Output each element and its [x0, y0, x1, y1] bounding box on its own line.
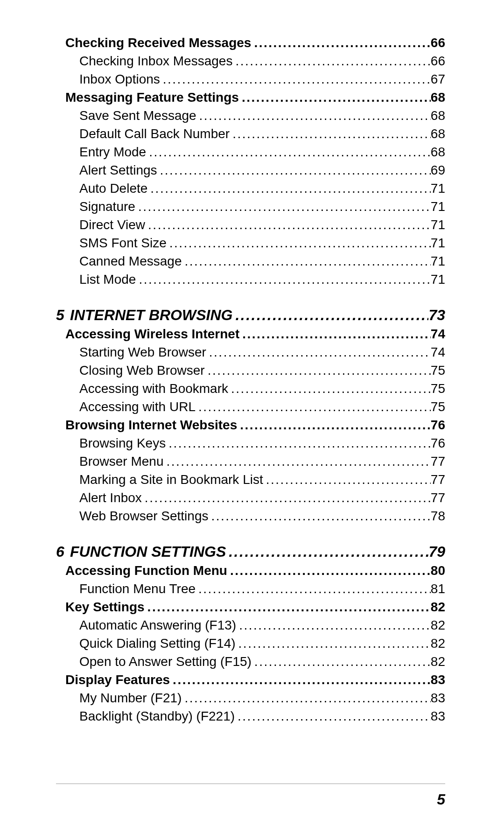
toc-sub-row: Browser Menu ...........................… [56, 455, 445, 468]
toc-sub-row: Canned Message .........................… [56, 255, 445, 268]
toc-entry-label: Checking Inbox Messages [79, 55, 232, 68]
toc-leader: ........................................… [239, 91, 431, 104]
toc-leader: ........................................… [136, 273, 430, 286]
footer-divider [56, 784, 445, 784]
toc-section-row: Browsing Internet Websites .............… [56, 419, 445, 432]
toc-page-ref: 75 [431, 364, 445, 377]
toc-sub-row: Alert Inbox ............................… [56, 491, 445, 504]
toc-entry-label: Messaging Feature Settings [65, 91, 239, 104]
toc-sub-row: Default Call Back Number ...............… [56, 127, 445, 140]
toc-leader: ........................................… [209, 510, 431, 523]
toc-sub-row: Accessing with URL .....................… [56, 400, 445, 413]
toc-leader: ........................................… [237, 419, 431, 432]
toc-leader: ........................................… [167, 237, 431, 250]
toc-entry-label: Web Browser Settings [79, 510, 209, 523]
toc-section-row: Key Settings ...........................… [56, 601, 445, 614]
toc-leader: ........................................… [164, 455, 431, 468]
toc-page-ref: 68 [431, 91, 445, 104]
toc-leader: ........................................… [230, 127, 431, 140]
toc-entry-label: Default Call Back Number [79, 127, 230, 140]
toc-sub-row: Closing Web Browser ....................… [56, 364, 445, 377]
toc-page-ref: 67 [431, 73, 445, 86]
toc-leader: ........................................… [232, 308, 428, 322]
toc-sub-row: Alert Settings .........................… [56, 164, 445, 177]
toc-leader: ........................................… [236, 637, 431, 650]
toc-entry-label: Entry Mode [79, 146, 146, 159]
toc-page-ref: 75 [431, 382, 445, 395]
toc-entry-label: Save Sent Message [79, 109, 196, 122]
toc-entry-label: Key Settings [65, 601, 145, 614]
toc-sub-row: Function Menu Tree .....................… [56, 582, 445, 595]
toc-sub-row: Quick Dialing Setting (F14) ............… [56, 637, 445, 650]
toc-page-ref: 75 [431, 400, 445, 413]
toc-entry-label: Open to Answer Setting (F15) [79, 655, 252, 668]
toc-section-row: Messaging Feature Settings .............… [56, 91, 445, 104]
toc-page-ref: 83 [431, 710, 445, 723]
toc-sub-row: SMS Font Size ..........................… [56, 237, 445, 250]
toc-entry-label: SMS Font Size [79, 237, 167, 250]
toc-page-ref: 71 [431, 182, 445, 195]
toc-leader: ........................................… [239, 328, 431, 341]
toc-sub-row: List Mode ..............................… [56, 273, 445, 286]
page-number: 5 [437, 791, 445, 808]
toc-entry-label: Inbox Options [79, 73, 160, 86]
table-of-contents: Checking Received Messages .............… [56, 36, 445, 723]
toc-leader: ........................................… [160, 73, 431, 86]
toc-page-ref: 71 [431, 273, 445, 286]
toc-entry-label: Browsing Keys [79, 437, 166, 450]
toc-page-ref: 73 [428, 308, 445, 322]
toc-entry-label: Alert Settings [79, 164, 157, 177]
toc-leader: ........................................… [235, 710, 431, 723]
toc-chapter-title: FUNCTION SETTINGS [70, 543, 226, 560]
toc-section-row: Checking Received Messages .............… [56, 36, 445, 49]
toc-sub-row: My Number (F21) ........................… [56, 692, 445, 705]
toc-leader: ........................................… [146, 146, 431, 159]
toc-page-ref: 83 [431, 673, 445, 686]
toc-page-ref: 82 [431, 601, 445, 614]
toc-leader: ........................................… [182, 692, 430, 705]
toc-entry-label: Browser Menu [79, 455, 164, 468]
toc-chapter-label: 5INTERNET BROWSING [56, 308, 232, 322]
toc-page-ref: 71 [431, 218, 445, 231]
toc-entry-label: Accessing Function Menu [65, 564, 227, 577]
toc-entry-label: Quick Dialing Setting (F14) [79, 637, 236, 650]
toc-sub-row: Auto Delete ............................… [56, 182, 445, 195]
toc-sub-row: Marking a Site in Bookmark List ........… [56, 473, 445, 486]
toc-sub-row: Accessing with Bookmark ................… [56, 382, 445, 395]
toc-chapter-label: 6FUNCTION SETTINGS [56, 544, 226, 559]
toc-page-ref: 82 [431, 637, 445, 650]
toc-entry-label: Starting Web Browser [79, 346, 206, 359]
toc-section-row: Accessing Function Menu ................… [56, 564, 445, 577]
toc-sub-row: Web Browser Settings ...................… [56, 510, 445, 523]
toc-leader: ........................................… [145, 218, 431, 231]
toc-page-ref: 71 [431, 255, 445, 268]
toc-entry-label: Checking Received Messages [65, 36, 251, 49]
toc-page-ref: 77 [431, 473, 445, 486]
toc-leader: ........................................… [228, 382, 431, 395]
toc-entry-label: Automatic Answering (F13) [79, 619, 236, 632]
toc-page-ref: 76 [431, 437, 445, 450]
toc-sub-row: Signature ..............................… [56, 200, 445, 213]
toc-entry-label: Accessing with Bookmark [79, 382, 228, 395]
toc-leader: ........................................… [196, 400, 431, 413]
toc-leader: ........................................… [157, 164, 431, 177]
toc-page-ref: 74 [431, 328, 445, 341]
toc-section-row: Accessing Wireless Internet ............… [56, 328, 445, 341]
toc-entry-label: Canned Message [79, 255, 182, 268]
toc-leader: ........................................… [232, 55, 430, 68]
toc-chapter-title: INTERNET BROWSING [70, 307, 232, 323]
toc-entry-label: Marking a Site in Bookmark List [79, 473, 263, 486]
toc-leader: ........................................… [227, 564, 431, 577]
toc-page-ref: 76 [431, 419, 445, 432]
toc-leader: ........................................… [236, 619, 431, 632]
toc-chapter-number: 5 [56, 308, 70, 322]
toc-entry-label: Alert Inbox [79, 491, 142, 504]
toc-row: 6FUNCTION SETTINGS .....................… [56, 544, 445, 559]
toc-sub-row: Starting Web Browser ...................… [56, 346, 445, 359]
toc-leader: ........................................… [196, 582, 431, 595]
toc-leader: ........................................… [182, 255, 430, 268]
toc-leader: ........................................… [226, 544, 428, 559]
toc-entry-label: Signature [79, 200, 135, 213]
toc-entry-label: Display Features [65, 673, 170, 686]
toc-entry-label: Accessing with URL [79, 400, 196, 413]
